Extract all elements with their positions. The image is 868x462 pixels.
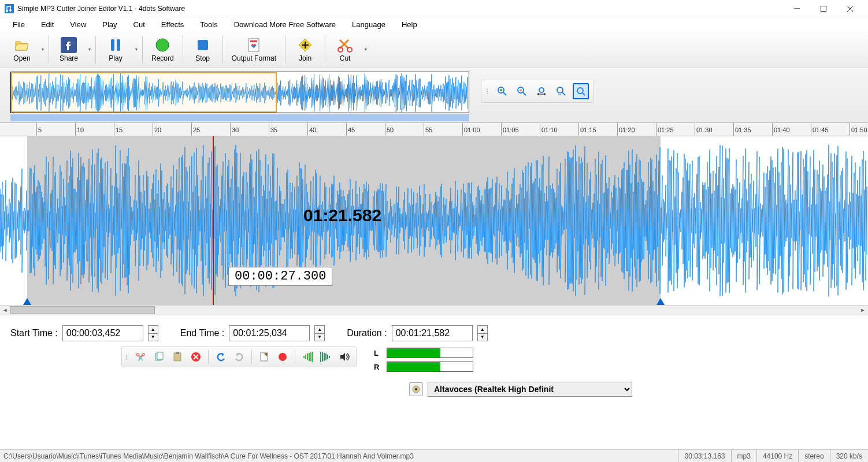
fade-in-button[interactable] xyxy=(299,349,316,365)
svg-rect-4 xyxy=(821,6,826,11)
facebook-icon xyxy=(61,37,77,53)
menu-download[interactable]: Download More Free Software xyxy=(226,18,344,31)
open-dropdown[interactable]: ▾ xyxy=(39,47,46,52)
status-filepath: C:\Users\Usuario\Music\iTunes\iTunes Med… xyxy=(0,452,678,460)
play-button[interactable]: Play xyxy=(98,33,133,66)
status-duration: 00:03:13.163 xyxy=(678,450,730,462)
overview-selection[interactable] xyxy=(11,72,277,113)
close-button[interactable] xyxy=(837,0,863,17)
record-dot-icon xyxy=(277,352,288,362)
overview-waveform[interactable] xyxy=(10,72,469,113)
stop-button[interactable]: Stop xyxy=(186,33,220,66)
time-ruler[interactable]: 51015202530354045505501:0001:0501:1001:1… xyxy=(0,122,868,136)
selection-start-marker[interactable] xyxy=(23,298,31,305)
cut-icon xyxy=(337,37,353,53)
zoom-in-button[interactable] xyxy=(494,83,510,99)
volume-button[interactable] xyxy=(336,349,353,365)
undo-button[interactable] xyxy=(213,349,229,365)
scroll-thumb[interactable] xyxy=(10,306,155,314)
statusbar: C:\Users\Usuario\Music\iTunes\iTunes Med… xyxy=(0,449,868,462)
playhead[interactable] xyxy=(213,136,214,305)
svg-point-27 xyxy=(557,87,563,93)
copy-icon xyxy=(154,352,164,362)
duration-input[interactable] xyxy=(392,325,473,341)
main-waveform[interactable]: 01:21.582 00:00:27.300 xyxy=(0,136,868,305)
maximize-button[interactable] xyxy=(810,0,837,17)
menu-file[interactable]: File xyxy=(5,18,33,31)
svg-rect-29 xyxy=(558,93,561,95)
main-toolbar: Open ▾ Share ▾ Play ▾ Record Stop Output… xyxy=(0,31,868,68)
fade-out-icon xyxy=(320,352,332,362)
output-device-select[interactable]: Altavoces (Realtek High Definit xyxy=(428,382,632,397)
zoom-out-button[interactable] xyxy=(514,83,530,99)
menubar: File Edit View Play Cut Effects Tools Do… xyxy=(0,17,868,31)
svg-point-40 xyxy=(265,353,268,355)
selection-end-marker[interactable] xyxy=(656,298,665,305)
end-time-spinner[interactable]: ▲▼ xyxy=(314,325,325,341)
svg-line-28 xyxy=(562,92,565,95)
menu-play[interactable]: Play xyxy=(94,18,125,31)
svg-rect-14 xyxy=(250,40,257,42)
duration-spinner[interactable]: ▲▼ xyxy=(477,325,488,341)
zoom-full-button[interactable] xyxy=(573,83,589,99)
record-marker-button[interactable] xyxy=(275,349,291,365)
cut-dropdown[interactable]: ▾ xyxy=(362,47,369,52)
join-button[interactable]: Join xyxy=(288,33,322,66)
delete-button[interactable] xyxy=(188,349,204,365)
svg-rect-12 xyxy=(198,40,208,50)
redo-button[interactable] xyxy=(231,349,247,365)
cut-selection-button[interactable]: ✂️ xyxy=(132,349,149,365)
menu-language[interactable]: Language xyxy=(344,18,394,31)
scroll-right-button[interactable]: ► xyxy=(858,305,868,315)
undo-icon xyxy=(216,352,226,362)
scroll-left-button[interactable]: ◄ xyxy=(0,305,10,315)
zoom-selection-button[interactable] xyxy=(553,83,569,99)
copy-button[interactable] xyxy=(151,349,167,365)
open-button[interactable]: Open xyxy=(5,33,39,66)
overview-row: ⁝ xyxy=(0,68,868,122)
svg-point-1 xyxy=(6,10,8,12)
share-dropdown[interactable]: ▾ xyxy=(86,47,93,52)
end-time-input[interactable] xyxy=(229,325,310,341)
record-button[interactable]: Record xyxy=(145,33,180,66)
minimize-button[interactable] xyxy=(784,0,810,17)
menu-edit[interactable]: Edit xyxy=(33,18,62,31)
play-dropdown[interactable]: ▾ xyxy=(133,47,140,52)
zoom-fit-horizontal-button[interactable] xyxy=(533,83,550,99)
meter-l-bar xyxy=(387,348,473,358)
start-time-spinner[interactable]: ▲▼ xyxy=(148,325,158,341)
start-time-input[interactable] xyxy=(62,325,143,341)
svg-point-17 xyxy=(347,47,352,52)
menu-cut[interactable]: Cut xyxy=(125,18,153,31)
cut-button[interactable]: Cut xyxy=(328,33,362,66)
svg-line-19 xyxy=(503,92,506,95)
window-title: Simple MP3 Cutter Joiner Editor V1.1 - 4… xyxy=(17,5,784,13)
waveform-hscroll[interactable]: ◄ ► xyxy=(0,305,868,315)
output-format-button[interactable]: Output Format xyxy=(225,33,283,66)
overview-scrollbar[interactable] xyxy=(10,114,469,121)
menu-help[interactable]: Help xyxy=(394,18,425,31)
svg-rect-8 xyxy=(111,39,114,51)
menu-effects[interactable]: Effects xyxy=(153,18,192,31)
share-button[interactable]: Share xyxy=(51,33,86,66)
speaker-icon xyxy=(339,352,350,362)
fade-out-button[interactable] xyxy=(318,349,334,365)
join-icon xyxy=(297,37,313,53)
scissors-icon: ✂️ xyxy=(136,353,145,362)
menu-view[interactable]: View xyxy=(62,18,94,31)
marker-button[interactable] xyxy=(256,349,272,365)
svg-rect-35 xyxy=(176,352,179,354)
svg-rect-34 xyxy=(174,353,181,361)
start-time-label: Start Time : xyxy=(10,328,58,338)
svg-line-23 xyxy=(523,92,526,95)
pause-icon xyxy=(107,37,124,53)
svg-rect-0 xyxy=(5,4,14,13)
meter-r-label: R xyxy=(374,363,382,371)
stop-icon xyxy=(195,37,211,53)
paste-button[interactable] xyxy=(169,349,186,365)
svg-point-2 xyxy=(9,9,12,12)
menu-tools[interactable]: Tools xyxy=(192,18,225,31)
marker-icon xyxy=(259,352,269,362)
time-fields-row: Start Time : ▲▼ End Time : ▲▼ Duration :… xyxy=(0,315,868,344)
cursor-time-display: 00:00:27.300 xyxy=(228,267,332,286)
